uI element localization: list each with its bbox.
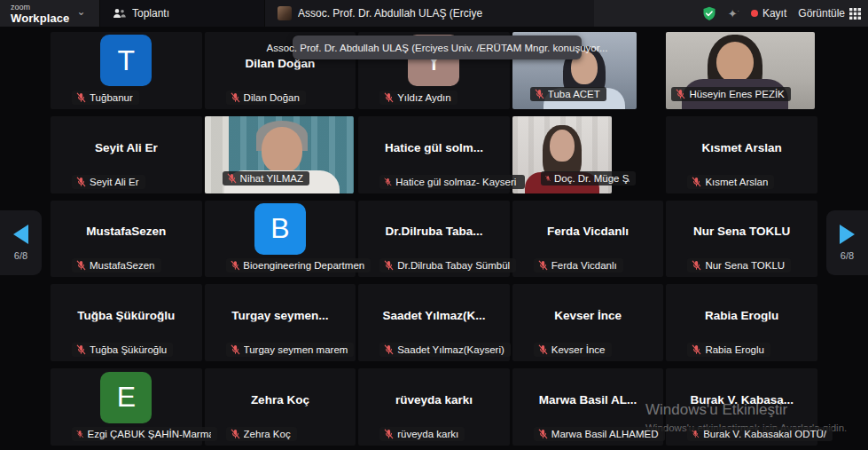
mic-off-icon (76, 92, 86, 103)
ai-companion-icon[interactable]: ✦· (728, 7, 739, 20)
mic-off-icon (692, 429, 700, 439)
mic-off-icon (76, 177, 86, 187)
participant-name-text: Turgay seymen marem (244, 344, 348, 355)
participant-tile[interactable]: MustafaSezen MustafaSezen (51, 201, 202, 278)
participant-tile[interactable]: Kevser İnce Kevser İnce (512, 284, 664, 361)
participant-name-label: Zehra Koç (226, 427, 297, 441)
previous-page-button[interactable]: 6/8 (0, 210, 42, 275)
participant-tile[interactable]: Tuğba Şüküroğlu Tuğba Şüküroğlu (51, 284, 202, 361)
participant-tile[interactable]: Hatice gül solm... Hatice gül solmaz- Ka… (358, 116, 510, 193)
participant-name-label: Dr.Dilruba Tabay Sümbül (379, 258, 516, 272)
chevron-down-icon[interactable]: ⌄ (76, 5, 85, 18)
view-button[interactable]: Görüntüle (798, 7, 861, 20)
participant-tile[interactable]: Marwa Basil AL... Marwa Basil ALHAMED (512, 368, 664, 446)
next-page-button[interactable]: 6/8 (826, 210, 868, 275)
participant-tile[interactable]: Rabia Eroglu Rabia Eroglu (666, 284, 817, 361)
participant-tile[interactable]: Seyit Ali Er Seyit Ali Er (51, 116, 202, 193)
participant-name-label: rüveyda karkı (379, 427, 465, 441)
participant-display-name: Nur Sena TOKLU (669, 225, 814, 238)
participant-tile[interactable]: Saadet Yılmaz(K... Saadet Yılmaz(Kayseri… (358, 284, 510, 361)
titlebar: zoom Workplace ⌄ Toplantı Assoc. Prof. D… (0, 0, 868, 27)
participant-tile[interactable]: Nur Sena TOKLU Nur Sena TOKLU (666, 201, 817, 278)
participant-tile[interactable]: E Ezgi ÇABUK ŞAHİN-Marmara Ün... (51, 368, 202, 446)
active-speaker-tooltip: Assoc. Prof. Dr. Abdullah ULAŞ (Erciyes … (293, 36, 582, 59)
mic-off-icon (676, 89, 685, 99)
tab-speaker[interactable]: Assoc. Prof. Dr. Abdullah ULAŞ (Erciye (264, 0, 594, 27)
mic-off-icon (76, 344, 86, 355)
participant-avatar: E (100, 372, 152, 423)
participant-display-name: Ferda Vicdanlı (516, 225, 661, 238)
mic-off-icon (231, 92, 240, 103)
participant-name-text: Hüseyin Enes PEZİK (689, 89, 784, 99)
participant-name-label: Marwa Basil ALHAMED (534, 427, 665, 441)
participant-name-text: Tuba ACET (548, 89, 600, 99)
participant-tile[interactable]: Turgay seymen... Turgay seymen marem (205, 284, 356, 361)
participant-name-label: MustafaSezen (72, 258, 161, 272)
participant-tile[interactable]: Dr.Dilruba Taba... Dr.Dilruba Tabay Sümb… (358, 201, 510, 278)
participant-name-text: Tuğba Şüküroğlu (90, 344, 167, 355)
grid-icon (849, 8, 861, 20)
speaker-avatar (278, 6, 292, 20)
participant-name-text: Nur Sena TOKLU (705, 260, 785, 271)
mic-off-icon (231, 429, 240, 439)
record-label: Kayıt (762, 7, 786, 20)
participant-name-text: Dr.Dilruba Tabay Sümbül (397, 260, 510, 271)
participant-name-label: Burak V. Kabasakal ODTÜ/TARLA (687, 427, 833, 441)
shield-check-icon[interactable] (702, 6, 716, 21)
participant-grid: T Tuğbanur Dilan Doğan Dilan Doğan (51, 32, 817, 446)
participant-name-text: Burak V. Kabasakal ODTÜ/TARLA (703, 429, 826, 439)
participant-name-label: Ezgi ÇABUK ŞAHİN-Marmara Ün... (72, 427, 217, 441)
participant-tile[interactable]: Nihat YILMAZ (205, 116, 354, 193)
workplace-label: Workplace (11, 12, 69, 24)
participant-name-text: Ferda Vicdanlı (551, 260, 617, 271)
participant-display-name: Kısmet Arslan (669, 140, 814, 154)
participant-display-name: Hatice gül solm... (362, 140, 506, 154)
participant-display-name: Seyit Ali Er (54, 140, 199, 154)
participant-tile[interactable]: rüveyda karkı rüveyda karkı (358, 368, 510, 446)
record-indicator[interactable]: Kayıt (751, 7, 786, 20)
video-person-silhouette (262, 127, 302, 173)
participant-display-name: Kevser İnce (516, 309, 661, 322)
participant-name-label: Hatice gül solmaz- Kayseri Şeker (379, 175, 525, 189)
zoom-meeting-window: zoom Workplace ⌄ Toplantı Assoc. Prof. D… (0, 0, 868, 450)
participant-name-text: Ezgi ÇABUK ŞAHİN-Marmara Ün... (87, 429, 210, 439)
participant-display-name: Burak V. Kabasa... (669, 392, 814, 406)
avatar-initial: E (117, 381, 136, 414)
participant-name-text: MustafaSezen (90, 260, 155, 271)
participant-name-text: Dilan Doğan (244, 92, 300, 103)
participant-tile[interactable]: T Tuğbanur (51, 32, 202, 109)
participant-name-label: Hüseyin Enes PEZİK (671, 87, 790, 101)
mic-off-icon (545, 173, 551, 184)
participant-tile[interactable]: Kısmet Arslan Kısmet Arslan (666, 116, 817, 193)
people-icon (113, 8, 126, 20)
participant-tile[interactable]: Zehra Koç Zehra Koç (205, 368, 356, 446)
mic-off-icon (692, 260, 701, 271)
mic-off-icon (231, 260, 240, 271)
mic-off-icon (227, 173, 237, 184)
participant-display-name: MustafaSezen (54, 225, 199, 238)
triangle-left-icon (13, 225, 28, 244)
active-speaker-text: Assoc. Prof. Dr. Abdullah ULAŞ (Erciyes … (267, 43, 608, 53)
zoom-workplace-menu[interactable]: zoom Workplace ⌄ (0, 0, 99, 27)
participant-tile[interactable]: Hüseyin Enes PEZİK (666, 32, 815, 109)
participant-name-text: Hatice gül solmaz- Kayseri Şeker (395, 177, 519, 187)
mic-off-icon (384, 429, 394, 439)
participant-name-text: Kevser İnce (551, 344, 606, 355)
participant-tile[interactable]: Doç. Dr. Müge ŞAHİN / BŞEÜ (512, 116, 612, 193)
participant-name-text: Bioengineering Department (243, 260, 364, 271)
participant-name-text: Doç. Dr. Müge ŞAHİN / BŞEÜ (554, 173, 629, 184)
participant-name-label: Nur Sena TOKLU (687, 258, 791, 272)
participant-tile[interactable]: Ferda Vicdanlı Ferda Vicdanlı (512, 201, 664, 278)
mic-off-icon (231, 344, 240, 355)
participant-name-text: Tuğbanur (90, 92, 133, 103)
participant-name-label: Ferda Vicdanlı (534, 258, 623, 272)
tab-meeting[interactable]: Toplantı (99, 0, 264, 27)
mic-off-icon (538, 260, 548, 271)
mic-off-icon (538, 344, 548, 355)
participant-tile[interactable]: B Bioengineering Department (205, 201, 356, 278)
participant-name-text: Kısmet Arslan (705, 177, 768, 187)
participant-name-label: Tuba ACET (530, 87, 606, 101)
participant-name-label: Dilan Doğan (226, 91, 306, 105)
participant-tile[interactable]: Burak V. Kabasa... Burak V. Kabasakal OD… (666, 368, 817, 446)
participant-name-label: Kevser İnce (534, 343, 612, 357)
